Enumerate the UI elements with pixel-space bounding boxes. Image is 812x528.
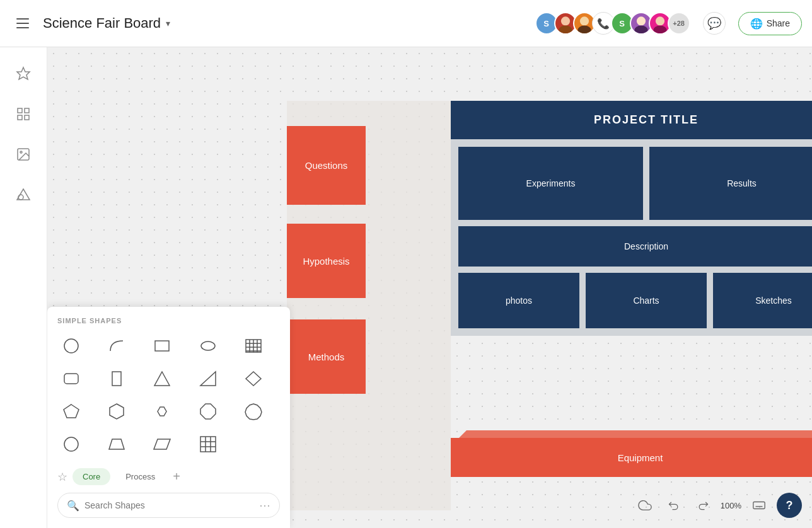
svg-point-0 <box>561 16 570 25</box>
svg-point-17 <box>64 339 78 353</box>
search-shapes-input[interactable] <box>84 500 254 510</box>
header: Science Fair Board ▾ S 📞 S +28 💬 🌐 Share <box>0 0 812 47</box>
svg-rect-10 <box>25 108 29 113</box>
svg-point-19 <box>201 341 215 350</box>
board-row-3: photos Charts Sketches <box>458 273 812 328</box>
shape-tall-rect[interactable] <box>103 365 130 393</box>
svg-point-2 <box>580 16 589 25</box>
photos-cell[interactable]: photos <box>458 273 579 328</box>
svg-marker-32 <box>64 405 79 418</box>
svg-rect-11 <box>18 115 22 120</box>
shape-circle[interactable] <box>57 332 85 360</box>
shape-rectangle[interactable] <box>148 332 176 360</box>
svg-rect-28 <box>112 372 121 386</box>
svg-marker-31 <box>246 372 261 386</box>
svg-point-1 <box>559 26 572 35</box>
sidebar-icon-grid[interactable] <box>9 100 37 128</box>
hypothesis-panel[interactable]: Hypothesis <box>287 224 366 298</box>
cloud-save-icon[interactable] <box>634 494 656 517</box>
menu-line <box>16 27 29 28</box>
shape-rounded-rect[interactable] <box>57 365 85 393</box>
zoom-level: 100% <box>721 501 741 510</box>
svg-point-14 <box>20 151 22 153</box>
shape-octagon[interactable] <box>194 398 222 425</box>
shapes-panel: SIMPLE SHAPES <box>47 307 290 528</box>
undo-button[interactable] <box>663 494 685 517</box>
shape-triangle[interactable] <box>148 365 176 393</box>
star-tab-icon[interactable]: ☆ <box>57 470 67 484</box>
avatar-more[interactable]: +28 <box>668 12 690 35</box>
shape-parallelogram[interactable] <box>148 430 176 458</box>
svg-marker-36 <box>245 404 262 420</box>
sidebar-icon-star[interactable] <box>9 60 37 88</box>
shape-ellipse[interactable] <box>194 332 222 360</box>
menu-button[interactable] <box>10 11 35 36</box>
svg-marker-30 <box>200 372 216 386</box>
collaborators-avatars: S 📞 S +28 <box>535 12 690 35</box>
svg-point-4 <box>637 16 646 25</box>
shape-circle2[interactable] <box>57 430 85 458</box>
board-row-2: Description <box>458 226 812 267</box>
tab-process[interactable]: Process <box>115 468 165 485</box>
svg-rect-12 <box>25 115 29 120</box>
help-button[interactable]: ? <box>777 493 802 518</box>
shape-grid2[interactable] <box>194 430 222 458</box>
equipment-front-face[interactable]: Equipment <box>451 438 812 477</box>
svg-point-7 <box>653 26 666 35</box>
shape-hexagon1[interactable] <box>103 398 130 425</box>
share-button[interactable]: 🌐 Share <box>738 12 802 35</box>
svg-marker-8 <box>17 67 30 79</box>
svg-point-6 <box>656 16 664 25</box>
svg-marker-34 <box>158 407 166 416</box>
redo-button[interactable] <box>692 494 714 517</box>
search-more-icon[interactable]: ⋯ <box>259 498 270 512</box>
shape-arc[interactable] <box>103 332 130 360</box>
charts-cell[interactable]: Charts <box>586 273 707 328</box>
shape-diamond[interactable] <box>240 365 267 393</box>
experiments-cell[interactable]: Experiments <box>458 147 643 220</box>
search-icon: 🔍 <box>67 500 79 512</box>
methods-panel[interactable]: Methods <box>287 319 366 394</box>
svg-rect-45 <box>753 502 765 509</box>
svg-rect-18 <box>155 341 169 351</box>
sidebar-icon-image[interactable] <box>9 141 37 168</box>
svg-marker-35 <box>200 404 216 419</box>
description-cell[interactable]: Description <box>458 226 812 267</box>
keyboard-icon[interactable] <box>748 494 770 517</box>
shape-pentagon[interactable] <box>57 398 85 425</box>
shape-table[interactable] <box>240 332 267 360</box>
tab-core[interactable]: Core <box>72 468 110 485</box>
shape-trapezoid[interactable] <box>103 430 130 458</box>
title-area: Science Fair Board ▾ <box>43 15 528 32</box>
svg-point-37 <box>64 437 78 451</box>
sketches-cell[interactable]: Sketches <box>713 273 812 328</box>
main-area: Questions Hypothesis Methods PROJECT TIT… <box>0 47 812 528</box>
svg-marker-39 <box>154 439 170 449</box>
board-title[interactable]: PROJECT TITLE <box>451 101 812 139</box>
shape-right-triangle[interactable] <box>194 365 222 393</box>
shape-hexagon2[interactable] <box>148 398 176 425</box>
left-sidebar <box>0 47 47 528</box>
svg-rect-9 <box>18 108 22 113</box>
sidebar-icon-shapes[interactable] <box>9 181 37 209</box>
tab-add-button[interactable]: + <box>173 469 180 484</box>
equipment-container[interactable]: Equipment <box>451 438 812 488</box>
svg-marker-29 <box>154 372 170 386</box>
bottom-toolbar: 100% ? <box>634 493 802 518</box>
globe-icon: 🌐 <box>750 18 763 30</box>
svg-point-5 <box>634 26 647 35</box>
comment-button[interactable]: 💬 <box>703 12 726 35</box>
menu-line <box>16 23 29 24</box>
canvas-area[interactable]: Questions Hypothesis Methods PROJECT TIT… <box>47 47 812 528</box>
questions-panel[interactable]: Questions <box>287 126 366 205</box>
shape-decagon[interactable] <box>240 398 267 425</box>
results-cell[interactable]: Results <box>649 147 812 220</box>
search-shapes-row: 🔍 ⋯ <box>57 493 280 518</box>
shape-tabs-row: ☆ Core Process + <box>57 468 280 485</box>
svg-marker-38 <box>109 439 124 449</box>
equipment-box: Equipment <box>451 438 812 488</box>
shapes-panel-title: SIMPLE SHAPES <box>57 317 280 324</box>
share-label: Share <box>767 18 790 28</box>
title-dropdown-icon[interactable]: ▾ <box>166 18 170 28</box>
document-title[interactable]: Science Fair Board <box>43 15 161 32</box>
